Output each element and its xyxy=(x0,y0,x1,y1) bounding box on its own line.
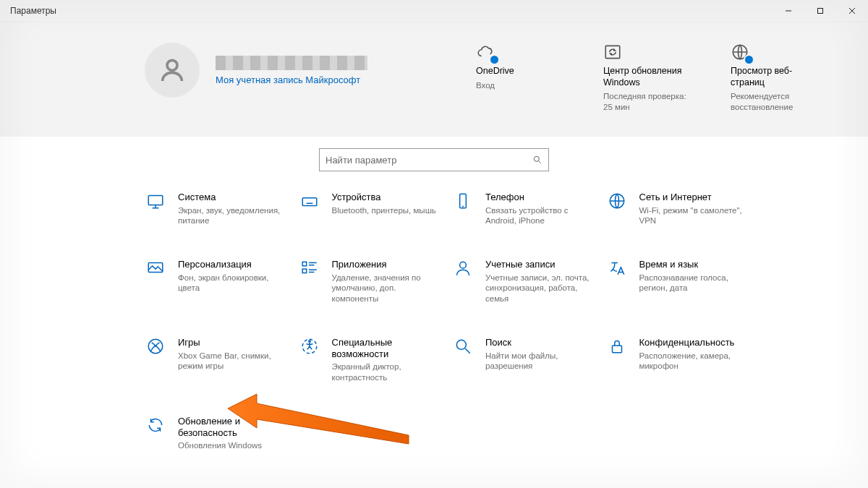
tile-title: Просмотр веб-страниц xyxy=(731,66,825,88)
cat-title: Игры xyxy=(178,337,284,348)
svg-point-33 xyxy=(456,340,466,349)
tile-sub: Последняя проверка: 25 мин xyxy=(603,91,697,112)
svg-rect-23 xyxy=(302,262,306,266)
cat-desc: Экран, звук, уведомления, питание xyxy=(178,205,284,226)
svg-point-4 xyxy=(167,60,177,70)
cat-title: Учетные записи xyxy=(485,259,592,270)
maximize-button[interactable] xyxy=(804,0,836,22)
cat-desc: Расположение, камера, микрофон xyxy=(639,351,746,372)
cat-privacy[interactable]: КонфиденциальностьРасположение, камера, … xyxy=(606,337,746,382)
accessibility-icon xyxy=(299,337,320,359)
cat-desc: Xbox Game Bar, снимки, режим игры xyxy=(178,351,284,372)
svg-point-32 xyxy=(308,341,310,343)
settings-grid: СистемаЭкран, звук, уведомления, питание… xyxy=(0,184,868,451)
cat-desc: Wi-Fi, режим "в самолете", VPN xyxy=(639,205,746,226)
brush-icon xyxy=(145,259,166,281)
tile-title: OneDrive xyxy=(476,66,570,77)
cat-desc: Экранный диктор, контрастность xyxy=(332,361,438,382)
cloud-icon xyxy=(476,43,570,63)
svg-point-7 xyxy=(534,156,539,161)
cat-ease-of-access[interactable]: Специальные возможностиЭкранный диктор, … xyxy=(299,337,438,382)
xbox-icon xyxy=(145,337,166,359)
svg-line-8 xyxy=(539,161,541,163)
tile-sub: Вход xyxy=(476,80,570,90)
person-icon xyxy=(452,259,474,281)
cat-title: Обновление и безопасность xyxy=(178,416,284,438)
sync-icon xyxy=(145,416,166,437)
globe-icon xyxy=(606,192,628,213)
search-input[interactable]: Найти параметр xyxy=(319,148,549,171)
avatar xyxy=(145,43,200,98)
svg-rect-35 xyxy=(612,346,621,353)
display-icon xyxy=(145,192,166,213)
cat-desc: Удаление, значения по умолчанию, доп. ко… xyxy=(332,273,438,304)
cat-desc: Bluetooth, принтеры, мышь xyxy=(332,205,436,215)
svg-rect-12 xyxy=(302,198,317,206)
ms-account-link[interactable]: Моя учетная запись Майкрософт xyxy=(216,74,367,85)
cat-title: Персонализация xyxy=(178,259,284,270)
tile-web-browsing[interactable]: Просмотр веб-страниц Рекомендуется восст… xyxy=(731,43,825,112)
keyboard-icon xyxy=(299,192,320,213)
account-name-redacted xyxy=(216,56,367,70)
window-controls xyxy=(773,0,868,22)
cat-desc: Учетные записи, эл. почта, синхронизация… xyxy=(485,273,592,304)
minimize-button[interactable] xyxy=(773,0,804,22)
tile-title: Центр обновления Windows xyxy=(603,66,697,88)
cat-phone[interactable]: ТелефонСвязать устройство с Android, iPh… xyxy=(452,192,592,226)
cat-title: Телефон xyxy=(485,192,592,203)
search-icon xyxy=(452,337,474,359)
cat-desc: Связать устройство с Android, iPhone xyxy=(485,205,592,226)
language-icon xyxy=(606,259,628,281)
tile-windows-update[interactable]: Центр обновления Windows Последняя прове… xyxy=(603,43,697,112)
search-icon xyxy=(532,155,542,165)
cat-title: Конфиденциальность xyxy=(639,337,746,348)
cat-system[interactable]: СистемаЭкран, звук, уведомления, питание xyxy=(145,192,284,226)
svg-point-29 xyxy=(460,262,467,269)
cat-title: Время и язык xyxy=(639,259,746,270)
header-panel: Моя учетная запись Майкрософт OneDrive В… xyxy=(0,22,868,137)
svg-rect-5 xyxy=(605,46,620,58)
cat-title: Поиск xyxy=(485,337,592,348)
account-block: Моя учетная запись Майкрософт xyxy=(145,43,367,98)
cat-search[interactable]: ПоискНайти мои файлы, разрешения xyxy=(452,337,592,382)
apps-list-icon xyxy=(299,259,320,281)
window-title: Параметры xyxy=(10,6,56,16)
tile-onedrive[interactable]: OneDrive Вход xyxy=(476,43,570,112)
svg-rect-9 xyxy=(148,195,163,205)
tile-sub: Рекомендуется восстановление xyxy=(731,91,825,112)
cat-network[interactable]: Сеть и ИнтернетWi-Fi, режим "в самолете"… xyxy=(606,192,746,226)
cat-time-language[interactable]: Время и языкРаспознавание голоса, регион… xyxy=(606,259,746,304)
cat-desc: Найти мои файлы, разрешения xyxy=(485,351,592,372)
cat-desc: Обновления Windows xyxy=(178,440,284,450)
close-button[interactable] xyxy=(836,0,868,22)
globe-icon xyxy=(731,43,825,63)
cat-devices[interactable]: УстройстваBluetooth, принтеры, мышь xyxy=(299,192,438,226)
cat-apps[interactable]: ПриложенияУдаление, значения по умолчани… xyxy=(299,259,438,304)
cat-desc: Фон, экран блокировки, цвета xyxy=(178,273,284,294)
cat-accounts[interactable]: Учетные записиУчетные записи, эл. почта,… xyxy=(452,259,592,304)
phone-icon xyxy=(452,192,474,213)
lock-icon xyxy=(606,337,628,359)
cat-title: Специальные возможности xyxy=(332,337,438,359)
svg-rect-26 xyxy=(302,269,306,273)
titlebar: Параметры xyxy=(0,0,868,22)
cat-title: Приложения xyxy=(332,259,438,270)
cat-personalization[interactable]: ПерсонализацияФон, экран блокировки, цве… xyxy=(145,259,284,304)
update-icon xyxy=(603,43,697,63)
cat-update-security[interactable]: Обновление и безопасностьОбновления Wind… xyxy=(145,416,284,451)
cat-title: Устройства xyxy=(332,192,436,203)
cat-gaming[interactable]: ИгрыXbox Game Bar, снимки, режим игры xyxy=(145,337,284,382)
cat-desc: Распознавание голоса, регион, дата xyxy=(639,273,746,294)
search-placeholder: Найти параметр xyxy=(326,155,396,166)
cat-title: Система xyxy=(178,192,284,203)
svg-line-34 xyxy=(465,348,470,354)
svg-rect-1 xyxy=(818,9,823,14)
cat-title: Сеть и Интернет xyxy=(639,192,746,203)
